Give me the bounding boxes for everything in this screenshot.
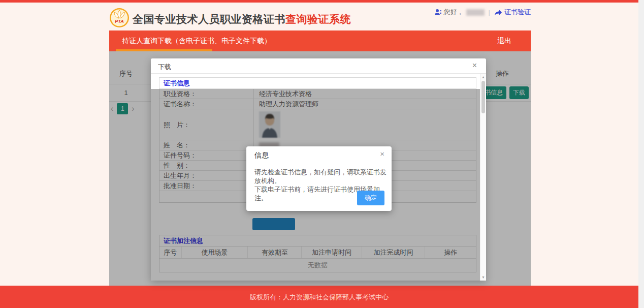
page-title-main: 全国专业技术人员职业资格证书 (133, 13, 285, 25)
top-accent-strip (0, 0, 638, 3)
msgbox-line-1: 请先检查证书信息，如有疑问，请联系证书发放机构。 (254, 168, 392, 185)
page-title: 全国专业技术人员职业资格证书查询验证系统 (133, 12, 351, 26)
site-footer: 版权所有：人力资源和社会保障部人事考试中心 (0, 286, 638, 308)
tab-holder-query-download[interactable]: 持证人查询下载（含电子证书、电子文件下载） (116, 30, 277, 51)
msgbox-close-icon[interactable]: × (380, 149, 384, 158)
scrollbar-thumb[interactable] (481, 81, 485, 113)
cert-info-section-title: 证书信息 (159, 78, 476, 89)
download-modal-close-icon[interactable]: × (472, 61, 477, 70)
share-arrow-icon (494, 9, 502, 16)
user-divider: | (489, 9, 490, 16)
browser-scrollbar[interactable] (638, 0, 644, 308)
logout-button[interactable]: 退出 (497, 30, 511, 51)
download-modal-title: 下载 (158, 63, 171, 72)
download-modal-header: 下载 × (151, 58, 486, 74)
app-root: PTA 全国专业技术人员职业资格证书查询验证系统 您好， | 证书验证 持证人查… (0, 0, 644, 308)
site-header: PTA 全国专业技术人员职业资格证书查询验证系统 您好， | 证书验证 (109, 6, 531, 30)
user-icon (434, 9, 441, 16)
copyright-text: 版权所有：人力资源和社会保障部人事考试中心 (250, 293, 389, 302)
redacted-username (466, 9, 485, 16)
scroll-down-icon[interactable]: ▼ (480, 275, 486, 279)
info-msgbox: 信息 × 请先检查证书信息，如有疑问，请联系证书发放机构。 下载电子证书前，请先… (246, 146, 392, 211)
svg-text:PTA: PTA (115, 19, 123, 24)
main-navbar: 持证人查询下载（含电子证书、电子文件下载） 退出 (109, 30, 531, 51)
verify-link[interactable]: 证书验证 (504, 8, 531, 17)
modal-scrollbar[interactable]: ▲ ▼ (480, 74, 486, 281)
pta-logo-icon: PTA (109, 8, 130, 28)
user-bar: 您好， | 证书验证 (434, 8, 531, 17)
confirm-button[interactable]: 确定 (357, 191, 384, 205)
msgbox-title: 信息 (254, 151, 269, 160)
page-title-accent: 查询验证系统 (285, 13, 351, 25)
greeting-text: 您好， (444, 8, 464, 17)
scroll-up-icon[interactable]: ▲ (480, 75, 486, 79)
